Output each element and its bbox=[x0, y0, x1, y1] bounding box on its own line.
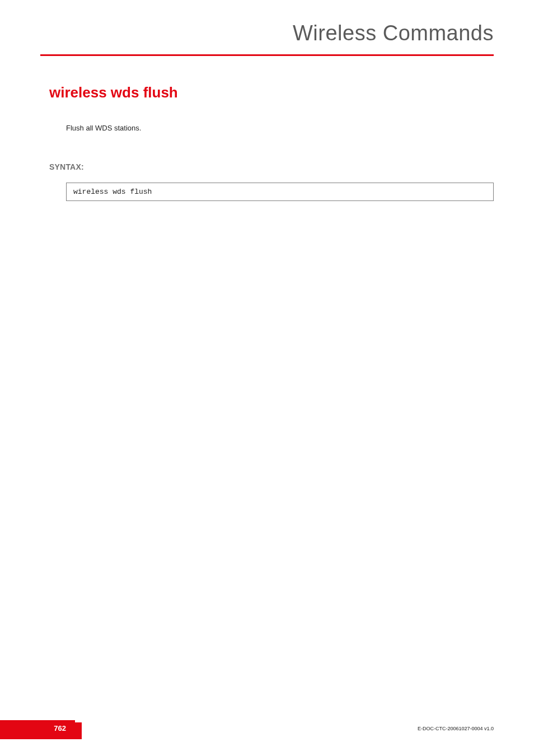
command-description: Flush all WDS stations. bbox=[66, 124, 494, 132]
code-text: wireless wds flush bbox=[73, 188, 152, 196]
command-title: wireless wds flush bbox=[49, 84, 494, 101]
page-header: Wireless Commands bbox=[0, 0, 534, 56]
page-footer: 762 E-DOC-CTC-20061027-0004 v1.0 bbox=[0, 725, 534, 756]
page-badge-foreground: 762 bbox=[0, 720, 75, 736]
document-id: E-DOC-CTC-20061027-0004 v1.0 bbox=[418, 726, 494, 731]
page-number: 762 bbox=[54, 724, 66, 732]
syntax-label: SYNTAX: bbox=[49, 162, 494, 171]
chapter-title: Wireless Commands bbox=[40, 21, 494, 54]
page-content: wireless wds flush Flush all WDS station… bbox=[0, 56, 534, 201]
syntax-code-box: wireless wds flush bbox=[66, 183, 494, 201]
